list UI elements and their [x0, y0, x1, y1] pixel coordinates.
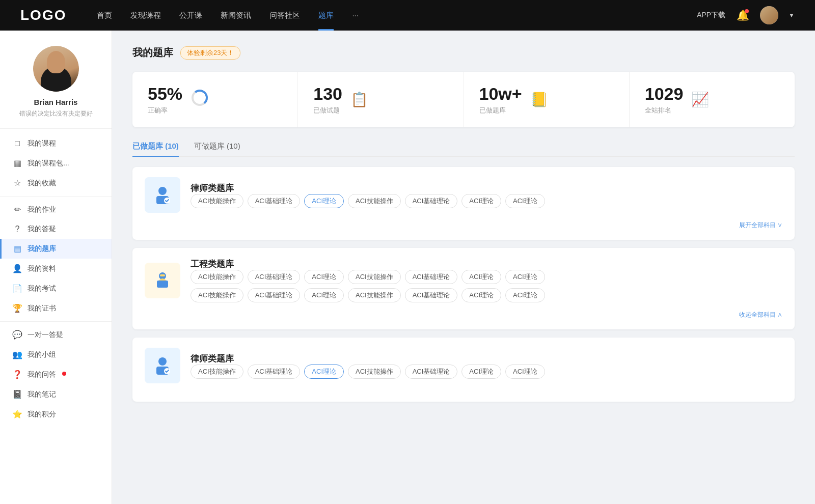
stat-accuracy-label: 正确率: [148, 106, 182, 115]
stat-rank-text: 1029 全站排名: [645, 84, 684, 115]
nav-open-course[interactable]: 公开课: [179, 11, 202, 20]
points-icon: ⭐: [12, 409, 22, 419]
sidebar-label-course-package: 我的课程包...: [28, 159, 69, 168]
stat-done-banks-label: 已做题库: [479, 106, 522, 115]
subject-header-2: 律师类题库 ACI技能操作 ACI基础理论 ACI理论 ACI技能操作 ACI基…: [145, 348, 782, 383]
course-icon: □: [12, 139, 22, 148]
tag-0-3[interactable]: ACI技能操作: [348, 194, 401, 208]
sidebar-label-my-points: 我的积分: [28, 410, 56, 419]
user-motto: 错误的决定比没有决定要好: [19, 109, 93, 118]
tag-2-4[interactable]: ACI基础理论: [405, 365, 458, 379]
stat-rank: 1029 全站排名 📈: [630, 72, 795, 127]
logo[interactable]: LOGO: [20, 7, 66, 23]
user-name: Brian Harris: [34, 98, 78, 106]
tag-0-6[interactable]: ACI理论: [505, 194, 545, 208]
sidebar-item-homework[interactable]: ✏ 我的作业: [0, 200, 112, 219]
sidebar-item-my-data[interactable]: 👤 我的资料: [0, 259, 112, 278]
nav-qa[interactable]: 问答社区: [269, 11, 300, 20]
nav-links: 首页 发现课程 公开课 新闻资讯 问答社区 题库 ···: [97, 11, 697, 20]
stat-rank-label: 全站排名: [645, 106, 684, 115]
tag-1e-6[interactable]: ACI理论: [505, 288, 545, 302]
sidebar-item-my-notes[interactable]: 📓 我的笔记: [0, 384, 112, 404]
tag-1-6[interactable]: ACI理论: [505, 270, 545, 284]
tab-done[interactable]: 已做题库 (10): [132, 142, 179, 156]
sidebar-item-my-group[interactable]: 👥 我的小组: [0, 345, 112, 365]
subject-card-0: 律师类题库 ACI技能操作 ACI基础理论 ACI理论 ACI技能操作 ACI基…: [132, 167, 795, 240]
tags-row-1-extra: ACI技能操作 ACI基础理论 ACI理论 ACI技能操作 ACI基础理论 AC…: [191, 288, 782, 302]
subject-header-1: 工程类题库 ACI技能操作 ACI基础理论 ACI理论 ACI技能操作 ACI基…: [145, 258, 782, 302]
quiz-icon: ▤: [12, 244, 22, 254]
avatar-photo: [33, 46, 79, 92]
sidebar-item-my-courses[interactable]: □ 我的课程: [0, 134, 112, 153]
tab-available[interactable]: 可做题库 (10): [194, 142, 240, 156]
favorites-icon: ☆: [12, 178, 22, 188]
tag-0-0[interactable]: ACI技能操作: [191, 194, 243, 208]
tag-0-1[interactable]: ACI基础理论: [248, 194, 301, 208]
sidebar-item-certificate[interactable]: 🏆 我的证书: [0, 298, 112, 318]
tag-1e-4[interactable]: ACI基础理论: [405, 288, 458, 302]
nav-home[interactable]: 首页: [97, 11, 112, 20]
tag-2-2[interactable]: ACI理论: [304, 365, 344, 379]
page-title: 我的题库: [132, 46, 173, 60]
subject-icon-lawyer-2: [145, 348, 180, 383]
tag-1-5[interactable]: ACI理论: [461, 270, 501, 284]
tag-2-3[interactable]: ACI技能操作: [348, 365, 401, 379]
question-notification-dot: [62, 372, 66, 376]
divider-2: [0, 321, 112, 322]
sidebar-label-my-exam: 我的考试: [28, 284, 56, 293]
sidebar-label-my-courses: 我的课程: [28, 139, 56, 148]
subject-content-0: 律师类题库 ACI技能操作 ACI基础理论 ACI理论 ACI技能操作 ACI基…: [191, 182, 782, 208]
tag-0-4[interactable]: ACI基础理论: [405, 194, 458, 208]
subject-card-2: 律师类题库 ACI技能操作 ACI基础理论 ACI理论 ACI技能操作 ACI基…: [132, 338, 795, 402]
expand-button-1[interactable]: 收起全部科目 ∧: [739, 311, 782, 319]
tag-0-2[interactable]: ACI理论: [304, 194, 344, 208]
sidebar-item-my-qa[interactable]: ? 我的答疑: [0, 219, 112, 239]
tag-0-5[interactable]: ACI理论: [461, 194, 501, 208]
app-download-button[interactable]: APP下载: [697, 11, 725, 20]
tag-1e-2[interactable]: ACI理论: [304, 288, 344, 302]
sidebar-item-my-quiz[interactable]: ▤ 我的题库: [0, 239, 112, 259]
sidebar-item-my-questions[interactable]: ❓ 我的问答: [0, 365, 112, 384]
nav-more[interactable]: ···: [352, 11, 359, 20]
sidebar: Brian Harris 错误的决定比没有决定要好 □ 我的课程 ▦ 我的课程包…: [0, 31, 112, 504]
notification-bell[interactable]: 🔔: [736, 8, 750, 22]
tags-row-2: ACI技能操作 ACI基础理论 ACI理论 ACI技能操作 ACI基础理论 AC…: [191, 365, 782, 379]
sidebar-item-course-package[interactable]: ▦ 我的课程包...: [0, 153, 112, 173]
stat-done-questions: 130 已做试题 📋: [298, 72, 464, 127]
tag-2-0[interactable]: ACI技能操作: [191, 365, 243, 379]
nav-discover[interactable]: 发现课程: [130, 11, 161, 20]
tag-1e-1[interactable]: ACI基础理论: [248, 288, 301, 302]
trial-badge: 体验剩余23天！: [180, 46, 240, 60]
tag-2-5[interactable]: ACI理论: [461, 365, 501, 379]
expand-button-0[interactable]: 展开全部科目 ∨: [739, 221, 782, 230]
sidebar-label-my-group: 我的小组: [28, 350, 56, 359]
sidebar-item-my-exam[interactable]: 📄 我的考试: [0, 278, 112, 298]
tag-1e-0[interactable]: ACI技能操作: [191, 288, 243, 302]
tag-1-2[interactable]: ACI理论: [304, 270, 344, 284]
tag-2-1[interactable]: ACI基础理论: [248, 365, 301, 379]
sidebar-label-one-on-one: 一对一答疑: [28, 330, 63, 340]
subject-name-2: 律师类题库: [191, 353, 782, 365]
nav-quiz[interactable]: 题库: [318, 11, 334, 20]
sidebar-label-my-qa: 我的答疑: [28, 225, 56, 234]
tag-1e-3[interactable]: ACI技能操作: [348, 288, 401, 302]
stat-done-banks: 10w+ 已做题库 📒: [464, 72, 630, 127]
stat-rank-icon: 📈: [691, 91, 709, 108]
stat-done-questions-number: 130: [313, 84, 342, 104]
tag-1-3[interactable]: ACI技能操作: [348, 270, 401, 284]
sidebar-item-favorites[interactable]: ☆ 我的收藏: [0, 173, 112, 193]
profile-avatar: [33, 46, 79, 92]
group-icon: 👥: [12, 350, 22, 359]
avatar-dropdown-caret[interactable]: ▼: [789, 12, 795, 19]
sidebar-item-one-on-one[interactable]: 💬 一对一答疑: [0, 325, 112, 345]
tag-2-6[interactable]: ACI理论: [505, 365, 545, 379]
user-avatar[interactable]: [760, 6, 778, 24]
tag-1-0[interactable]: ACI技能操作: [191, 270, 243, 284]
tag-1-4[interactable]: ACI基础理论: [405, 270, 458, 284]
main-layout: Brian Harris 错误的决定比没有决定要好 □ 我的课程 ▦ 我的课程包…: [0, 31, 815, 504]
nav-news[interactable]: 新闻资讯: [221, 11, 251, 20]
tag-1e-5[interactable]: ACI理论: [461, 288, 501, 302]
tag-1-1[interactable]: ACI基础理论: [248, 270, 301, 284]
tags-row-0: ACI技能操作 ACI基础理论 ACI理论 ACI技能操作 ACI基础理论 AC…: [191, 194, 782, 208]
sidebar-item-my-points[interactable]: ⭐ 我的积分: [0, 404, 112, 424]
